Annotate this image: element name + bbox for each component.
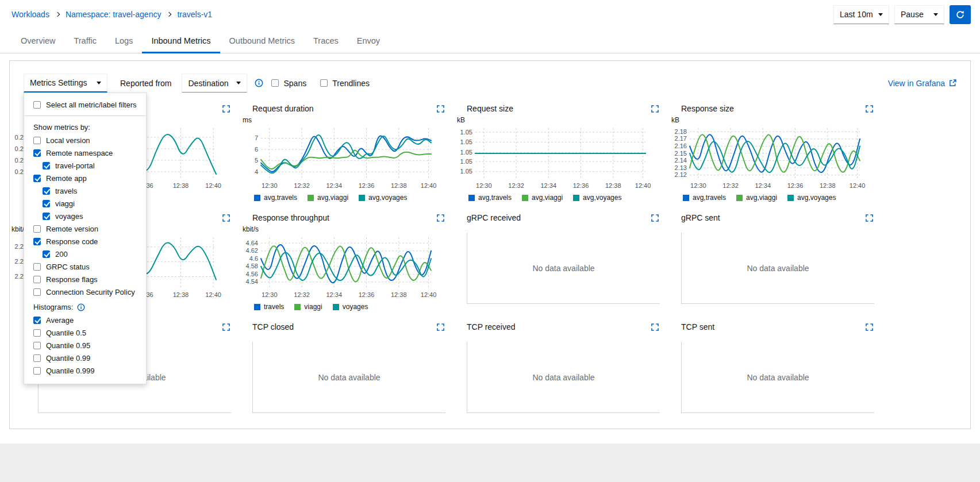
breadcrumb-link-namespace[interactable]: Namespace: travel-agency bbox=[66, 10, 162, 19]
menu-item-voyages[interactable]: voyages bbox=[24, 210, 146, 222]
duration-select-value: Last 10m bbox=[840, 10, 873, 19]
checkbox[interactable] bbox=[43, 213, 50, 220]
legend-item-avg-viaggi[interactable]: avg,viaggi bbox=[736, 194, 777, 202]
checkbox[interactable] bbox=[33, 263, 41, 271]
tab-outbound-metrics[interactable]: Outbound Metrics bbox=[220, 29, 304, 53]
checkbox[interactable] bbox=[33, 367, 41, 375]
legend-item-avg-voyages[interactable]: avg,voyages bbox=[787, 194, 836, 202]
menu-item-quantile-0-95[interactable]: Quantile 0.95 bbox=[24, 339, 146, 352]
menu-item-viaggi[interactable]: viaggi bbox=[24, 197, 146, 210]
expand-chart-icon[interactable] bbox=[651, 214, 659, 222]
tab-inbound-metrics[interactable]: Inbound Metrics bbox=[142, 29, 220, 53]
checkbox[interactable] bbox=[43, 250, 50, 258]
legend-label: avg,viaggi bbox=[746, 194, 777, 202]
info-icon[interactable] bbox=[255, 79, 263, 87]
tab-traces[interactable]: Traces bbox=[304, 29, 348, 53]
checkbox[interactable] bbox=[33, 238, 41, 245]
expand-chart-icon[interactable] bbox=[651, 323, 659, 331]
legend-item-voyages[interactable]: voyages bbox=[333, 303, 368, 311]
tab-overview[interactable]: Overview bbox=[11, 29, 64, 53]
checkbox[interactable] bbox=[271, 79, 279, 87]
refresh-interval-select[interactable]: Pause bbox=[894, 5, 944, 24]
reported-from-select[interactable]: Destination bbox=[182, 74, 247, 92]
checkbox[interactable] bbox=[33, 101, 41, 109]
checkbox[interactable] bbox=[33, 276, 41, 283]
menu-item-remote-version[interactable]: Remote version bbox=[24, 222, 146, 235]
checkbox[interactable] bbox=[33, 329, 41, 337]
menu-item-remote-app[interactable]: Remote app bbox=[24, 172, 146, 184]
svg-text:12:36: 12:36 bbox=[359, 182, 375, 189]
menu-item-label: Quantile 0.5 bbox=[46, 329, 86, 337]
chart-legend: travelsviaggivoyages bbox=[238, 302, 452, 312]
spans-checkbox[interactable]: Spans bbox=[271, 79, 306, 88]
expand-chart-icon[interactable] bbox=[866, 214, 873, 222]
trendlines-checkbox[interactable]: Trendlines bbox=[320, 79, 370, 88]
expand-chart-icon[interactable] bbox=[866, 105, 873, 113]
checkbox[interactable] bbox=[33, 288, 41, 296]
expand-chart-icon[interactable] bbox=[222, 214, 230, 222]
legend-item-travels[interactable]: travels bbox=[254, 303, 284, 311]
checkbox[interactable] bbox=[33, 137, 41, 144]
view-in-grafana-link[interactable]: View in Grafana bbox=[888, 79, 956, 88]
tab-envoy[interactable]: Envoy bbox=[348, 29, 389, 53]
refresh-button[interactable] bbox=[950, 5, 971, 24]
legend-item-viaggi[interactable]: viaggi bbox=[294, 303, 322, 311]
checkbox[interactable] bbox=[33, 149, 41, 157]
breadcrumb-link-workload[interactable]: travels-v1 bbox=[177, 10, 212, 19]
menu-item-remote-namespace[interactable]: Remote namespace bbox=[24, 146, 146, 159]
expand-chart-icon[interactable] bbox=[222, 323, 230, 331]
checkbox[interactable] bbox=[320, 79, 328, 87]
svg-text:12:38: 12:38 bbox=[391, 291, 407, 298]
checkbox[interactable] bbox=[33, 225, 41, 233]
svg-text:12:36: 12:36 bbox=[573, 182, 589, 189]
checkbox[interactable] bbox=[43, 187, 50, 195]
checkbox[interactable] bbox=[33, 342, 41, 349]
checkbox[interactable] bbox=[33, 317, 41, 324]
expand-chart-icon[interactable] bbox=[437, 214, 444, 222]
checkbox[interactable] bbox=[33, 175, 41, 182]
chart-title: Response throughput bbox=[252, 213, 329, 222]
no-data-message: No data available bbox=[252, 342, 445, 413]
menu-item-travel-portal[interactable]: travel-portal bbox=[24, 159, 146, 172]
legend-item-avg-travels[interactable]: avg,travels bbox=[468, 194, 512, 202]
legend-label: travels bbox=[264, 303, 284, 311]
menu-item-connection-security-policy[interactable]: Connection Security Policy bbox=[24, 286, 146, 298]
expand-chart-icon[interactable] bbox=[222, 105, 230, 113]
info-icon[interactable] bbox=[77, 303, 85, 311]
duration-select[interactable]: Last 10m bbox=[833, 5, 889, 24]
legend-item-avg-travels[interactable]: avg,travels bbox=[254, 194, 297, 202]
svg-text:4.62: 4.62 bbox=[246, 247, 258, 254]
expand-chart-icon[interactable] bbox=[866, 323, 873, 331]
legend-item-avg-travels[interactable]: avg,travels bbox=[683, 194, 726, 202]
checkbox[interactable] bbox=[33, 354, 41, 362]
legend-item-avg-viaggi[interactable]: avg,viaggi bbox=[308, 194, 348, 202]
menu-item-quantile-0-5[interactable]: Quantile 0.5 bbox=[24, 326, 146, 339]
legend-color-swatch bbox=[573, 195, 579, 201]
no-data-message: No data available bbox=[681, 342, 874, 413]
tab-logs[interactable]: Logs bbox=[106, 29, 142, 53]
expand-chart-icon[interactable] bbox=[651, 105, 659, 113]
breadcrumb-separator-icon bbox=[167, 12, 171, 17]
menu-item-200[interactable]: 200 bbox=[24, 248, 146, 260]
menu-item-response-code[interactable]: Response code bbox=[24, 235, 146, 248]
svg-text:7: 7 bbox=[255, 134, 258, 141]
legend-item-avg-voyages[interactable]: avg,voyages bbox=[359, 194, 407, 202]
legend-item-avg-voyages[interactable]: avg,voyages bbox=[573, 194, 621, 202]
menu-item-quantile-0-99[interactable]: Quantile 0.99 bbox=[24, 352, 146, 364]
checkbox[interactable] bbox=[43, 162, 50, 169]
tab-traffic[interactable]: Traffic bbox=[64, 29, 105, 53]
legend-label: avg,viaggi bbox=[317, 194, 348, 202]
metrics-settings-dropdown-toggle[interactable]: Metrics Settings bbox=[24, 74, 107, 92]
legend-item-avg-viaggi[interactable]: avg,viaggi bbox=[522, 194, 563, 202]
menu-item-average[interactable]: Average bbox=[24, 314, 146, 326]
menu-item-select-all[interactable]: Select all metric/label filters bbox=[24, 98, 146, 111]
menu-item-response-flags[interactable]: Response flags bbox=[24, 273, 146, 286]
menu-item-local-version[interactable]: Local version bbox=[24, 134, 146, 146]
menu-item-travels[interactable]: travels bbox=[24, 184, 146, 197]
menu-item-quantile-0-999[interactable]: Quantile 0.999 bbox=[24, 364, 146, 377]
checkbox[interactable] bbox=[43, 200, 50, 207]
breadcrumb-link-workloads[interactable]: Workloads bbox=[11, 10, 49, 19]
expand-chart-icon[interactable] bbox=[437, 323, 444, 331]
expand-chart-icon[interactable] bbox=[437, 105, 444, 113]
menu-item-grpc-status[interactable]: GRPC status bbox=[24, 260, 146, 273]
